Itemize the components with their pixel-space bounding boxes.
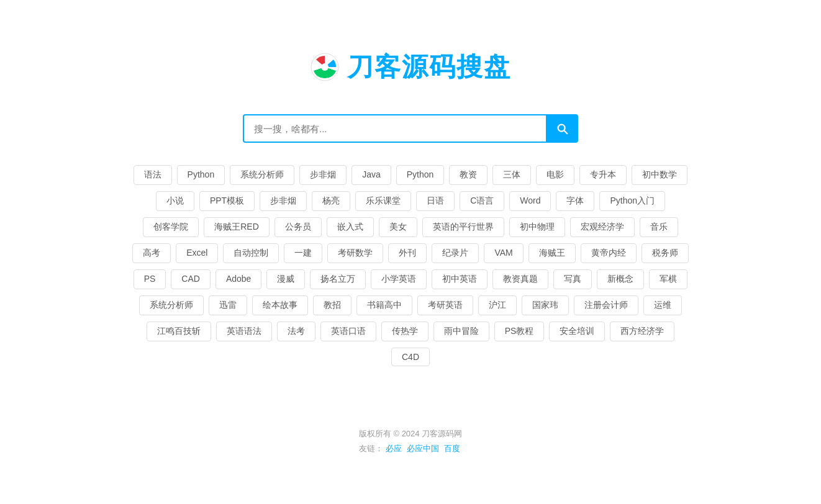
tag-item[interactable]: 专升本 bbox=[579, 165, 627, 185]
tag-item[interactable]: 新概念 bbox=[597, 269, 644, 289]
tag-item[interactable]: 语法 bbox=[134, 165, 172, 185]
tag-item[interactable]: 音乐 bbox=[640, 217, 678, 237]
tag-item[interactable]: 注册会计师 bbox=[574, 295, 638, 315]
tag-item[interactable]: C语言 bbox=[460, 191, 504, 211]
tag-item[interactable]: 嵌入式 bbox=[327, 217, 374, 237]
tag-item[interactable]: 沪江 bbox=[478, 295, 517, 315]
tag-item[interactable]: 电影 bbox=[536, 165, 574, 185]
tag-item[interactable]: 美女 bbox=[379, 217, 417, 237]
svg-point-1 bbox=[321, 63, 329, 71]
tag-item[interactable]: 纪录片 bbox=[432, 243, 479, 263]
tag-item[interactable]: 考研英语 bbox=[417, 295, 473, 315]
tag-item[interactable]: Python bbox=[396, 165, 445, 185]
tag-item[interactable]: 国家玮 bbox=[522, 295, 569, 315]
tag-item[interactable]: 高考 bbox=[132, 243, 171, 263]
tag-item[interactable]: 漫威 bbox=[266, 269, 305, 289]
tag-item[interactable]: 写真 bbox=[553, 269, 592, 289]
tag-item[interactable]: 三体 bbox=[492, 165, 531, 185]
tag-item[interactable]: 英语语法 bbox=[216, 322, 272, 341]
tag-item[interactable]: 雨中冒险 bbox=[433, 322, 489, 341]
footer-link[interactable]: 百度 bbox=[444, 444, 460, 453]
tag-item[interactable]: Excel bbox=[176, 243, 218, 263]
tag-item[interactable]: 法考 bbox=[277, 322, 315, 341]
tag-item[interactable]: 书籍高中 bbox=[356, 295, 412, 315]
tag-item[interactable]: Java bbox=[352, 165, 391, 185]
footer-link[interactable]: 必应 bbox=[386, 444, 402, 453]
tag-item[interactable]: 安全培训 bbox=[549, 322, 605, 341]
tag-item[interactable]: 自动控制 bbox=[223, 243, 279, 263]
tag-item[interactable]: 初中物理 bbox=[509, 217, 565, 237]
tag-item[interactable]: 步非烟 bbox=[260, 191, 307, 211]
tag-item[interactable]: 教资 bbox=[449, 165, 488, 185]
friend-links-label: 友链： bbox=[359, 444, 383, 453]
tag-item[interactable]: PPT模板 bbox=[199, 191, 255, 211]
tag-item[interactable]: 运维 bbox=[643, 295, 682, 315]
tag-item[interactable]: Adobe bbox=[215, 269, 261, 289]
tag-item[interactable]: 日语 bbox=[416, 191, 455, 211]
copyright-text: 版权所有 © 2024 刀客源码网 bbox=[359, 428, 463, 439]
tag-item[interactable]: 小说 bbox=[156, 191, 194, 211]
tag-item[interactable]: 系统分析师 bbox=[230, 165, 294, 185]
tag-item[interactable]: 字体 bbox=[556, 191, 594, 211]
tag-item[interactable]: CAD bbox=[171, 269, 211, 289]
site-title: 刀客源码搜盘 bbox=[347, 50, 511, 84]
tag-item[interactable]: 外刊 bbox=[388, 243, 427, 263]
tag-item[interactable]: 海贼王 bbox=[528, 243, 576, 263]
search-button[interactable] bbox=[546, 114, 578, 143]
footer: 版权所有 © 2024 刀客源码网 友链：必应必应中国百度 bbox=[359, 428, 463, 454]
tags-area: 语法Python系统分析师步非烟JavaPython教资三体电影专升本初中数学小… bbox=[131, 165, 690, 366]
tag-item[interactable]: Word bbox=[509, 191, 551, 211]
tag-item[interactable]: 英语口语 bbox=[320, 322, 376, 341]
tag-item[interactable]: 系统分析师 bbox=[139, 295, 204, 315]
tag-item[interactable]: 小学英语 bbox=[371, 269, 427, 289]
tag-item[interactable]: 步非烟 bbox=[299, 165, 347, 185]
tag-item[interactable]: 西方经济学 bbox=[610, 322, 674, 341]
tag-item[interactable]: 传热学 bbox=[381, 322, 429, 341]
tag-item[interactable]: VAM bbox=[484, 243, 523, 263]
tag-item[interactable]: 黄帝内经 bbox=[581, 243, 637, 263]
tag-item[interactable]: 海贼王RED bbox=[204, 217, 270, 237]
tag-item[interactable]: 创客学院 bbox=[143, 217, 199, 237]
tag-item[interactable]: 杨亮 bbox=[312, 191, 350, 211]
tag-item[interactable]: 税务师 bbox=[642, 243, 689, 263]
tag-item[interactable]: 公务员 bbox=[274, 217, 322, 237]
tag-item[interactable]: 初中英语 bbox=[432, 269, 488, 289]
tag-item[interactable]: 英语的平行世界 bbox=[422, 217, 504, 237]
tag-item[interactable]: 江鸣百技斩 bbox=[147, 322, 211, 341]
main-container: 刀客源码搜盘 语法Python系统分析师步非烟JavaPython教资三体电影专… bbox=[0, 0, 821, 454]
tag-item[interactable]: Python bbox=[177, 165, 225, 185]
tag-item[interactable]: 教招 bbox=[313, 295, 352, 315]
tag-item[interactable]: 初中数学 bbox=[632, 165, 687, 185]
logo-area: 刀客源码搜盘 bbox=[310, 50, 511, 84]
tag-item[interactable]: PS bbox=[134, 269, 166, 289]
logo-icon bbox=[310, 52, 340, 82]
tag-item[interactable]: 教资真题 bbox=[492, 269, 548, 289]
tag-item[interactable]: 军棋 bbox=[649, 269, 687, 289]
tag-item[interactable]: 一建 bbox=[284, 243, 322, 263]
footer-link[interactable]: 必应中国 bbox=[407, 444, 439, 453]
tag-item[interactable]: 宏观经济学 bbox=[570, 217, 635, 237]
search-icon bbox=[555, 122, 569, 135]
tag-item[interactable]: Python入门 bbox=[599, 191, 665, 211]
tag-item[interactable]: PS教程 bbox=[494, 322, 545, 341]
tag-item[interactable]: 迅雷 bbox=[209, 295, 247, 315]
tag-item[interactable]: 考研数学 bbox=[327, 243, 383, 263]
tag-item[interactable]: C4D bbox=[391, 348, 430, 366]
tag-item[interactable]: 绘本故事 bbox=[252, 295, 308, 315]
search-input[interactable] bbox=[243, 114, 546, 143]
footer-links: 友链：必应必应中国百度 bbox=[359, 443, 463, 454]
search-box bbox=[243, 114, 578, 143]
tag-item[interactable]: 扬名立万 bbox=[310, 269, 366, 289]
tag-item[interactable]: 乐乐课堂 bbox=[355, 191, 411, 211]
